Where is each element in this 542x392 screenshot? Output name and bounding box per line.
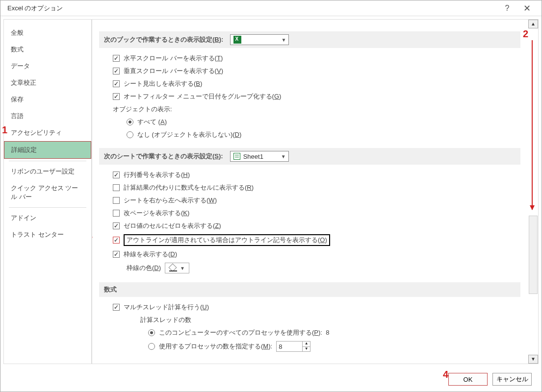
checkbox-page-breaks[interactable] [113,210,120,217]
radio-manual-processors[interactable] [148,343,155,350]
row-sheet-tabs: シート見出しを表示する(B) [99,77,520,90]
sidebar-item-trust-center[interactable]: トラスト センター [4,226,91,243]
row-gridline-color: 枠線の色(D) ▼ [99,261,520,275]
sidebar-item-language[interactable]: 言語 [4,108,91,124]
content-panel: 次のブックで作業するときの表示設定(B): ▼ 水平スクロール バーを表示する(… [92,19,539,364]
spinner-up[interactable]: ▲ [302,342,310,347]
row-vertical-scrollbar: 垂直スクロール バーを表示する(V) [99,65,520,77]
checkbox-show-formulas[interactable] [113,184,120,191]
radio-all-processors[interactable] [148,329,155,336]
scrollbar-up[interactable]: ▲ [528,20,538,28]
processor-count-input[interactable]: 8 ▲ ▼ [276,341,310,352]
cancel-button[interactable]: キャンセル [492,373,532,386]
sidebar-item-accessibility[interactable]: アクセシビリティ [4,124,91,141]
close-button[interactable]: ✕ [517,3,537,14]
row-all-processors: このコンピューターのすべてのプロセッサを使用する(P): 8 [99,326,520,339]
checkbox-vertical-scrollbar[interactable] [113,68,120,74]
chevron-down-icon: ▼ [281,154,286,159]
section-book-display: 次のブックで作業するときの表示設定(B): ▼ [99,31,520,48]
section-formula-label: 数式 [104,285,117,294]
sidebar-item-quick-access[interactable]: クイック アクセス ツール バー [4,180,91,205]
help-button[interactable]: ? [497,4,517,13]
section-formula: 数式 [99,282,520,297]
section-book-display-label: 次のブックで作業するときの表示設定(B): [104,35,223,44]
row-zero-values: ゼロ値のセルにゼロを表示する(Z) [99,220,520,232]
sidebar-item-advanced[interactable]: 詳細設定 [4,141,91,159]
paint-bucket-icon [169,264,177,272]
row-page-breaks: 改ページを表示する(K) [99,207,520,220]
checkbox-autofilter-grouping[interactable] [113,93,120,100]
spinner-down[interactable]: ▼ [302,347,310,352]
annotation-3: 3 [92,230,93,242]
sidebar-item-general[interactable]: 全般 [4,24,91,41]
options-dialog: Excel のオプション ? ✕ 1 全般 数式 データ 文章校正 保存 言語 … [0,0,542,392]
scroll-arrow-annotation [532,40,533,210]
checkbox-sheet-tabs[interactable] [113,80,120,87]
sidebar-item-formulas[interactable]: 数式 [4,41,91,58]
sidebar: 1 全般 数式 データ 文章校正 保存 言語 アクセシビリティ 詳細設定 リボン… [3,19,92,364]
section-sheet-display: 次のシートで作業するときの表示設定(S): Sheet1 ▼ [99,148,520,165]
row-gridlines: 枠線を表示する(D) [99,248,520,261]
scrollbar[interactable]: ▲ ▼ [528,20,538,364]
excel-icon [233,36,241,44]
book-dropdown[interactable]: ▼ [230,34,289,45]
checkbox-multithread[interactable] [113,304,120,311]
row-show-formulas: 計算結果の代わりに数式をセルに表示する(R) [99,181,520,194]
gridline-color-picker[interactable]: ▼ [165,263,189,273]
checkbox-outline-symbols[interactable] [113,237,120,244]
chevron-down-icon: ▼ [282,37,286,43]
content-inner: 次のブックで作業するときの表示設定(B): ▼ 水平スクロール バーを表示する(… [92,20,527,364]
objects-label: オブジェクトの表示: [99,103,520,116]
row-objects-none: なし (オブジェクトを表示しない)(D) [99,128,520,141]
annotation-4: 4 [443,369,448,380]
dialog-title: Excel のオプション [5,4,497,13]
row-manual-processors: 使用するプロセッサの数を指定する(M): 8 ▲ ▼ [99,339,520,354]
ok-button[interactable]: OK [448,373,488,386]
sidebar-item-save[interactable]: 保存 [4,91,91,108]
sidebar-separator [9,161,86,161]
row-horizontal-scrollbar: 水平スクロール バーを表示する(T) [99,52,520,65]
chevron-down-icon: ▼ [180,266,185,271]
dialog-body: 1 全般 数式 データ 文章校正 保存 言語 アクセシビリティ 詳細設定 リボン… [0,16,542,367]
sidebar-item-addins[interactable]: アドイン [4,210,91,226]
checkbox-horizontal-scrollbar[interactable] [113,55,120,62]
sidebar-separator [9,207,86,208]
row-headings: 行列番号を表示する(H) [99,169,520,181]
gridline-color-label: 枠線の色(D) [127,264,161,272]
sheet-icon [233,153,240,160]
checkbox-gridlines[interactable] [113,251,120,258]
row-autofilter-grouping: オートフィルター メニューで日付をグループ化する(G) [99,90,520,103]
checkbox-zero-values[interactable] [113,222,120,229]
annotation-2: 2 [523,28,528,40]
row-multithread: マルチスレッド計算を行う(U) [99,301,520,314]
checkbox-rtl[interactable] [113,197,120,204]
sidebar-item-proofing[interactable]: 文章校正 [4,74,91,91]
spinner-buttons: ▲ ▼ [302,342,310,351]
annotation-1: 1 [2,124,7,136]
sidebar-item-customize-ribbon[interactable]: リボンのユーザー設定 [4,163,91,180]
section-sheet-display-label: 次のシートで作業するときの表示設定(S): [104,152,223,161]
checkbox-headings[interactable] [113,172,120,178]
row-rtl: シートを右から左へ表示する(W) [99,194,520,207]
sheet-dropdown[interactable]: Sheet1 ▼ [230,151,289,162]
footer: 4 OK キャンセル [0,367,542,392]
radio-objects-all[interactable] [127,119,133,125]
titlebar: Excel のオプション ? ✕ [0,0,542,16]
processor-count-value: 8 [279,343,282,350]
sidebar-item-data[interactable]: データ [4,58,91,74]
sheet-dropdown-value: Sheet1 [243,153,263,160]
row-outline-symbols: 3 アウトラインが適用されている場合はアウトライン記号を表示する(O) [99,232,520,248]
scrollbar-thumb[interactable] [529,216,538,294]
outline-symbols-label: アウトラインが適用されている場合はアウトライン記号を表示する(O) [124,234,330,246]
threads-label: 計算スレッドの数 [99,314,520,326]
radio-objects-none[interactable] [127,131,133,138]
row-objects-all: すべて (A) [99,116,520,128]
scrollbar-down[interactable]: ▼ [528,355,538,364]
